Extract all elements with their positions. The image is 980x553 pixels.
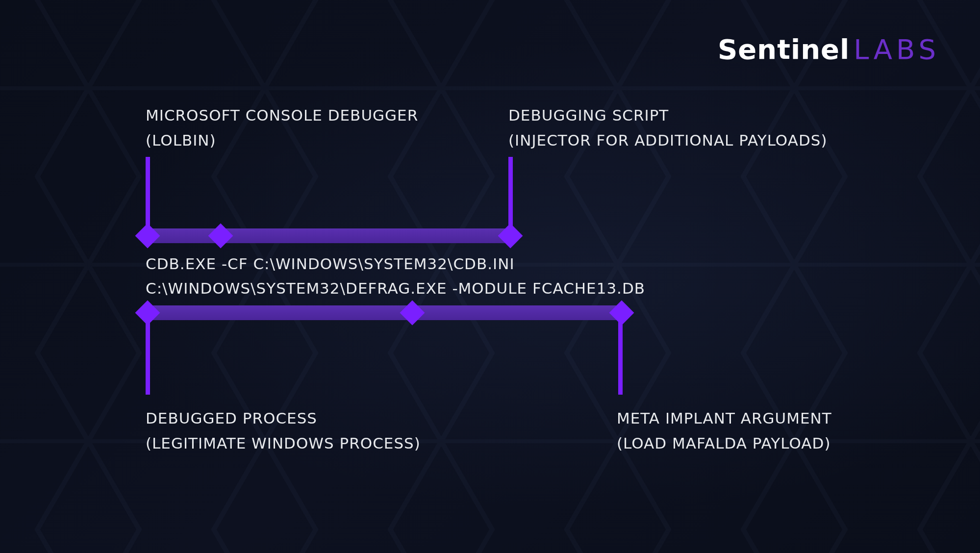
connector-bottom-right-vline [618, 314, 623, 395]
connector-bottom-left-vline [146, 314, 150, 395]
background-hex-pattern [0, 0, 980, 553]
label-bottom-left: DEBUGGED PROCESS (LEGITIMATE WINDOWS PRO… [146, 406, 421, 456]
label-top-left: MICROSOFT CONSOLE DEBUGGER (LOLBIN) [146, 103, 418, 153]
label-bottom-right-line1: META IMPLANT ARGUMENT [617, 406, 832, 431]
label-bottom-left-line2: (LEGITIMATE WINDOWS PROCESS) [146, 431, 421, 456]
connector-top-hbar [146, 228, 513, 243]
connector-bottom-hbar [146, 305, 620, 320]
label-top-right-line2: (INJECTOR FOR ADDITIONAL PAYLOADS) [508, 128, 828, 153]
label-top-right: DEBUGGING SCRIPT (INJECTOR FOR ADDITIONA… [508, 103, 828, 153]
diamond-top-1 [135, 224, 160, 249]
label-top-left-line1: MICROSOFT CONSOLE DEBUGGER [146, 103, 418, 128]
label-top-left-line2: (LOLBIN) [146, 128, 418, 153]
diamond-top-3 [498, 224, 523, 249]
command-line-1: CDB.EXE -CF C:\WINDOWS\SYSTEM32\CDB.INI [146, 255, 515, 273]
label-top-right-line1: DEBUGGING SCRIPT [508, 103, 828, 128]
label-bottom-left-line1: DEBUGGED PROCESS [146, 406, 421, 431]
brand-part2: LABS [854, 33, 940, 65]
diamond-top-2 [208, 224, 233, 249]
label-bottom-right: META IMPLANT ARGUMENT (LOAD MAFALDA PAYL… [617, 406, 832, 456]
brand-part1: Sentinel [718, 33, 850, 65]
diamond-bottom-2 [400, 301, 425, 326]
command-line-2: C:\WINDOWS\SYSTEM32\DEFRAG.EXE -MODULE F… [146, 279, 645, 297]
brand-logo: SentinelLABS [718, 33, 940, 65]
label-bottom-right-line2: (LOAD MAFALDA PAYLOAD) [617, 431, 832, 456]
